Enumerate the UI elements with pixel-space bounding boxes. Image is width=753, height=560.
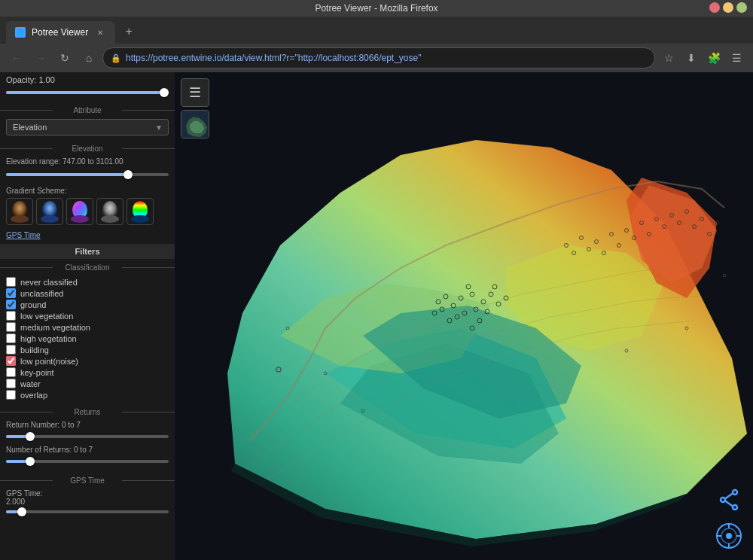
filters-header: Filters xyxy=(0,244,175,259)
label-high-veg[interactable]: high vegetation xyxy=(20,334,77,343)
checkbox-building-input[interactable] xyxy=(6,345,16,355)
close-window-btn[interactable] xyxy=(709,2,720,13)
extensions-btn[interactable]: 🧩 xyxy=(703,47,724,68)
gps-time-thumb[interactable] xyxy=(17,507,26,516)
gradient-label: Gradient Scheme: xyxy=(6,187,169,195)
home-btn[interactable]: ⌂ xyxy=(78,47,99,68)
active-tab[interactable]: 🌐 Potree Viewer ✕ xyxy=(6,21,115,44)
select-wrapper: Elevation RGB Classification Intensity ▼ xyxy=(6,119,169,135)
elevation-track xyxy=(6,173,169,176)
potree-icon-btn[interactable] xyxy=(714,521,744,551)
gps-time-value: 2.000 xyxy=(6,498,169,506)
forward-btn[interactable]: → xyxy=(30,47,51,68)
checkbox-building: building xyxy=(6,344,169,355)
label-ground[interactable]: ground xyxy=(20,300,46,309)
label-overlap[interactable]: overlap xyxy=(20,391,47,400)
return-number-thumb[interactable] xyxy=(26,432,35,441)
checkbox-water: water xyxy=(6,378,169,389)
svg-line-73 xyxy=(725,494,733,499)
new-tab-btn[interactable]: + xyxy=(118,21,139,42)
hamburger-menu-btn[interactable]: ☰ xyxy=(181,78,209,107)
num-returns-slider[interactable] xyxy=(6,455,169,467)
tab-close-btn[interactable]: ✕ xyxy=(94,26,106,38)
mini-map[interactable] xyxy=(181,110,209,138)
checkbox-ground: ground xyxy=(6,299,169,310)
checkbox-med-veg-input[interactable] xyxy=(6,322,16,332)
attribute-divider: Attribute xyxy=(0,103,175,116)
attribute-select-container: Elevation RGB Classification Intensity ▼ xyxy=(0,117,175,140)
reload-btn[interactable]: ↻ xyxy=(54,47,75,68)
gps-time-slider[interactable] xyxy=(6,506,169,518)
opacity-fill xyxy=(6,91,169,94)
minimize-window-btn[interactable] xyxy=(723,2,733,13)
opacity-slider[interactable] xyxy=(6,87,169,99)
lock-icon: 🔒 xyxy=(111,53,121,63)
num-returns-track xyxy=(6,460,169,463)
share-icon-btn[interactable] xyxy=(714,485,744,515)
checkbox-low-veg-input[interactable] xyxy=(6,311,16,321)
label-low-veg[interactable]: low vegetation xyxy=(20,312,73,321)
classification-divider: Classification xyxy=(0,260,175,273)
opacity-thumb[interactable] xyxy=(160,88,169,97)
gradient-preset-4[interactable] xyxy=(96,198,123,225)
svg-point-7 xyxy=(101,215,119,223)
checkbox-unclassified-input[interactable] xyxy=(6,288,16,298)
browser-tabs: 🌐 Potree Viewer ✕ + xyxy=(0,17,753,44)
gps-time-bottom-divider: GPS Time xyxy=(0,473,175,486)
svg-point-9 xyxy=(131,215,149,223)
num-returns-thumb[interactable] xyxy=(26,457,35,466)
gradient-preset-3[interactable] xyxy=(66,198,93,225)
checkbox-high-veg-input[interactable] xyxy=(6,333,16,343)
checkbox-overlap: overlap xyxy=(6,389,169,400)
label-unclassified[interactable]: unclassified xyxy=(20,289,63,298)
gradient-preset-5[interactable] xyxy=(127,198,154,225)
return-number-slider[interactable] xyxy=(6,431,169,443)
elevation-fill xyxy=(6,173,128,176)
label-building[interactable]: building xyxy=(20,345,49,355)
window-controls[interactable] xyxy=(709,2,747,13)
classification-section: never classified unclassified ground low… xyxy=(0,275,175,403)
checkbox-low-noise: low point(noise) xyxy=(6,355,169,367)
checkbox-overlap-input[interactable] xyxy=(6,390,16,400)
gradient-presets xyxy=(6,198,169,225)
checkbox-key-point-input[interactable] xyxy=(6,367,16,377)
label-med-veg[interactable]: medium vegetation xyxy=(20,323,90,332)
checkbox-never-classified-input[interactable] xyxy=(6,277,16,287)
checkbox-never-classified: never classified xyxy=(6,276,169,288)
checkbox-water-input[interactable] xyxy=(6,379,16,388)
attribute-select[interactable]: Elevation RGB Classification Intensity xyxy=(6,119,169,135)
gradient-preset-2[interactable] xyxy=(36,198,63,225)
label-key-point[interactable]: key-point xyxy=(20,368,54,377)
svg-point-1 xyxy=(11,215,29,223)
svg-point-77 xyxy=(726,533,732,539)
terrain-svg xyxy=(175,72,753,560)
gps-time-track xyxy=(6,510,169,513)
label-low-noise[interactable]: low point(noise) xyxy=(20,357,78,366)
num-returns-label: Number of Returns: 0 to 7 xyxy=(6,446,169,454)
gps-time-value-label: GPS Time: xyxy=(6,489,169,498)
gps-time-link[interactable]: GPS Time xyxy=(0,230,175,244)
tab-label: Potree Viewer xyxy=(32,27,88,38)
label-never-classified[interactable]: never classified xyxy=(20,278,78,287)
browser-title-bar: Potree Viewer - Mozilla Firefox xyxy=(0,0,753,17)
maximize-window-btn[interactable] xyxy=(736,2,747,13)
label-water[interactable]: water xyxy=(20,379,41,388)
address-bar[interactable]: 🔒 https://potree.entwine.io/data/view.ht… xyxy=(102,47,655,68)
gradient-preset-1[interactable] xyxy=(6,198,33,225)
bookmarks-btn[interactable]: ☆ xyxy=(658,47,679,68)
checkbox-low-noise-input[interactable] xyxy=(6,356,16,366)
main-content: Opacity: 1.00 Attribute Elevation RGB Cl… xyxy=(0,72,753,560)
elevation-slider[interactable] xyxy=(6,169,169,181)
checkbox-high-veg: high vegetation xyxy=(6,333,169,344)
elevation-thumb[interactable] xyxy=(123,170,133,179)
checkbox-key-point: key-point xyxy=(6,367,169,378)
viewport[interactable]: ☰ xyxy=(175,72,753,560)
browser-nav: ← → ↻ ⌂ 🔒 https://potree.entwine.io/data… xyxy=(0,44,753,72)
checkbox-ground-input[interactable] xyxy=(6,300,16,309)
elevation-range: Elevation range: 747.00 to 3101.00 xyxy=(6,157,169,166)
elevation-section: Elevation range: 747.00 to 3101.00 xyxy=(0,156,175,185)
opacity-track xyxy=(6,91,169,94)
menu-btn[interactable]: ☰ xyxy=(726,47,747,68)
back-btn[interactable]: ← xyxy=(6,47,27,68)
downloads-btn[interactable]: ⬇ xyxy=(681,47,702,68)
